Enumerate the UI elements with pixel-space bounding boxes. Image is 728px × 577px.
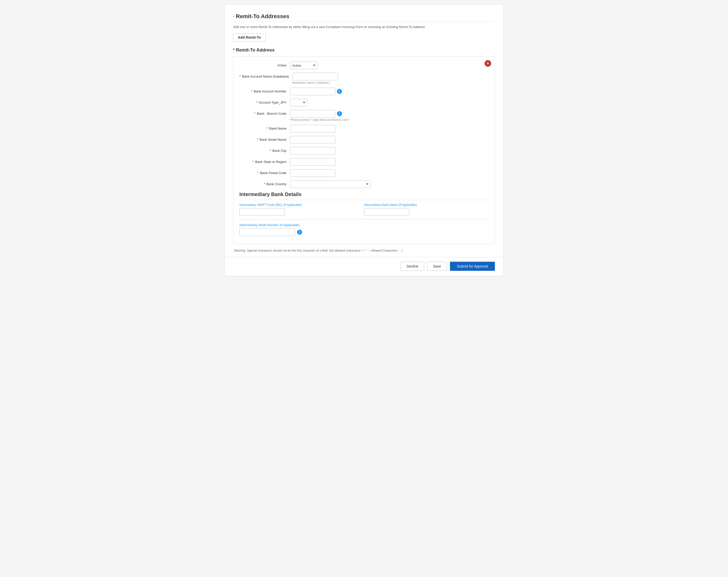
bank-street-label: * Bank Street Name — [239, 136, 290, 141]
bank-postal-row: * Bank Postal Code — [239, 169, 489, 177]
bank-account-number-label: * Bank Account Number — [239, 88, 290, 93]
intermediary-iban-input[interactable] — [239, 228, 295, 236]
bank-branch-code-label: * Bank - Branch Code — [239, 110, 290, 115]
page-description: Add one or more Remit-To Addresses by ei… — [233, 25, 495, 29]
intermediary-columns: Intermediary SWIFT Code (BIC) (If Applic… — [239, 203, 489, 220]
bank-country-label: * Bank Country — [239, 181, 290, 186]
bank-account-name-input[interactable] — [292, 73, 338, 80]
submit-approval-button[interactable]: Submit for Approval — [450, 262, 495, 271]
intermediary-iban-section: Intermediary IBAN Number (If Applicable)… — [239, 223, 489, 236]
bank-name-row: * Bank Name — [239, 125, 489, 132]
bank-branch-code-row: * Bank - Branch Code i *Please provide 7… — [239, 110, 489, 121]
bank-branch-code-hint: *Please provide 7 digits Bank and Branch… — [290, 118, 489, 121]
bank-state-input[interactable] — [290, 158, 335, 166]
bank-city-label: * Bank City — [239, 147, 290, 153]
account-type-row: * Account Type_JPY — [239, 99, 489, 106]
active-label: Active — [239, 62, 290, 67]
decline-button[interactable]: Decline — [401, 262, 424, 271]
intermediary-iban-label: Intermediary IBAN Number (If Applicable) — [239, 223, 489, 227]
bank-account-number-input[interactable] — [290, 88, 335, 95]
bank-city-input[interactable] — [290, 147, 335, 155]
footer-actions: Decline Save Submit for Approval — [233, 257, 495, 276]
bank-branch-code-info-icon[interactable]: i — [337, 111, 342, 116]
bank-state-row: * Bank State or Region — [239, 158, 489, 166]
active-select[interactable]: Active Inactive — [290, 62, 318, 69]
intermediary-section: Intermediary Bank Details Intermediary S… — [239, 192, 489, 236]
intermediary-bank-name-label: Intermediary Bank Name (If Applicable) — [364, 203, 484, 207]
save-button[interactable]: Save — [427, 262, 447, 271]
bank-street-input[interactable] — [290, 136, 335, 143]
bank-account-name-label: * Bank Account Name (Katakana) — [239, 73, 292, 78]
account-type-select[interactable] — [290, 99, 308, 106]
close-button[interactable]: × — [485, 60, 491, 67]
bank-country-select[interactable] — [290, 181, 371, 188]
intermediary-swift-label: Intermediary SWIFT Code (BIC) (If Applic… — [239, 203, 359, 207]
title-required-star: · — [233, 14, 234, 19]
remit-form-card: × Active Active Inactive * Bank Account … — [233, 56, 495, 244]
warning-text: Warning: Special characters should not b… — [233, 249, 495, 252]
bank-city-row: * Bank City — [239, 147, 489, 155]
bank-country-row: * Bank Country — [239, 181, 489, 188]
bank-account-number-info-icon[interactable]: i — [337, 89, 342, 94]
bank-account-number-row: * Bank Account Number i — [239, 88, 489, 95]
bank-account-name-hint: Beneficiary Name ( Katakana ) — [292, 81, 489, 84]
bank-postal-input[interactable] — [290, 169, 335, 177]
intermediary-swift-input[interactable] — [239, 208, 285, 216]
bank-name-label: * Bank Name — [239, 125, 290, 130]
active-row: Active Active Inactive — [239, 62, 489, 69]
remit-address-title: * Remit-To Address — [233, 48, 495, 53]
bank-branch-code-input[interactable] — [290, 110, 335, 117]
intermediary-iban-info-icon[interactable]: i — [297, 230, 302, 235]
remit-required-star: * — [233, 48, 235, 53]
account-type-label: * Account Type_JPY — [239, 99, 290, 104]
bank-name-input[interactable] — [290, 125, 335, 132]
intermediary-title: Intermediary Bank Details — [239, 192, 489, 197]
bank-postal-label: * Bank Postal Code — [239, 169, 290, 175]
intermediary-bank-name-col: Intermediary Bank Name (If Applicable) — [364, 203, 489, 216]
page-title: · Remit-To Addresses — [233, 13, 495, 20]
bank-account-name-row: * Bank Account Name (Katakana) Beneficia… — [239, 73, 489, 84]
intermediary-bank-name-input[interactable] — [364, 208, 410, 216]
add-remit-button[interactable]: Add Remit-To — [233, 33, 266, 42]
bank-state-label: * Bank State or Region — [239, 158, 290, 164]
bank-street-row: * Bank Street Name — [239, 136, 489, 143]
intermediary-swift-col: Intermediary SWIFT Code (BIC) (If Applic… — [239, 203, 364, 216]
